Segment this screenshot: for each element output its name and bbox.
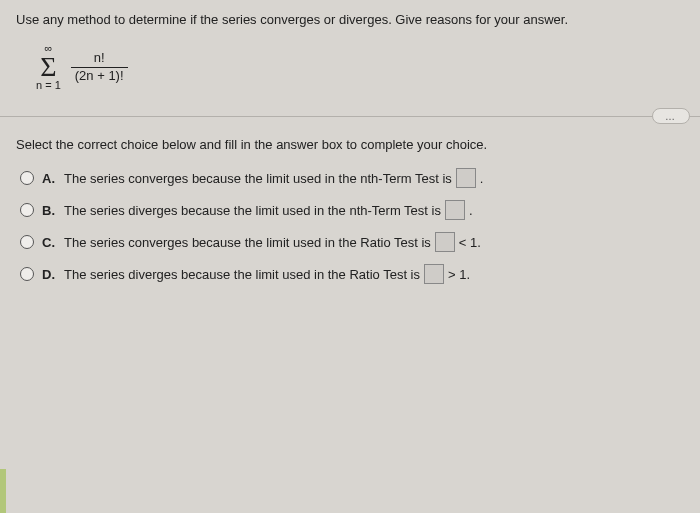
choice-b-label: B. [42, 203, 58, 218]
series-formula: ∞ Σ n = 1 n! (2n + 1)! [16, 37, 684, 109]
choice-list: A. The series converges because the limi… [16, 168, 684, 284]
choice-d-label: D. [42, 267, 58, 282]
choice-c-label: C. [42, 235, 58, 250]
choice-a-text-pre: The series converges because the limit u… [64, 171, 452, 186]
radio-c[interactable] [20, 235, 34, 249]
choice-d-text-post: > 1. [448, 267, 470, 282]
choice-c: C. The series converges because the limi… [20, 232, 684, 252]
choice-a-label: A. [42, 171, 58, 186]
choice-d: D. The series diverges because the limit… [20, 264, 684, 284]
answer-box-a[interactable] [456, 168, 476, 188]
radio-d[interactable] [20, 267, 34, 281]
choice-b-text-post: . [469, 203, 473, 218]
answer-box-b[interactable] [445, 200, 465, 220]
choice-d-text-pre: The series diverges because the limit us… [64, 267, 420, 282]
series-fraction: n! (2n + 1)! [71, 51, 128, 83]
more-options-button[interactable]: … [652, 108, 690, 124]
answer-box-c[interactable] [435, 232, 455, 252]
choice-c-text-pre: The series converges because the limit u… [64, 235, 431, 250]
choice-b: B. The series diverges because the limit… [20, 200, 684, 220]
fraction-denominator: (2n + 1)! [71, 68, 128, 83]
sigma-lower-limit: n = 1 [36, 80, 61, 91]
choice-c-text-post: < 1. [459, 235, 481, 250]
choice-a: A. The series converges because the limi… [20, 168, 684, 188]
fraction-numerator: n! [90, 51, 109, 66]
radio-b[interactable] [20, 203, 34, 217]
question-text: Use any method to determine if the serie… [16, 12, 684, 37]
instruction-text: Select the correct choice below and fill… [16, 137, 684, 152]
sigma-block: ∞ Σ n = 1 [36, 43, 61, 91]
choice-a-text-post: . [480, 171, 484, 186]
radio-a[interactable] [20, 171, 34, 185]
choice-b-text-pre: The series diverges because the limit us… [64, 203, 441, 218]
section-divider [0, 116, 700, 117]
sigma-symbol: Σ [40, 55, 56, 79]
answer-box-d[interactable] [424, 264, 444, 284]
left-side-tab[interactable] [0, 469, 6, 513]
